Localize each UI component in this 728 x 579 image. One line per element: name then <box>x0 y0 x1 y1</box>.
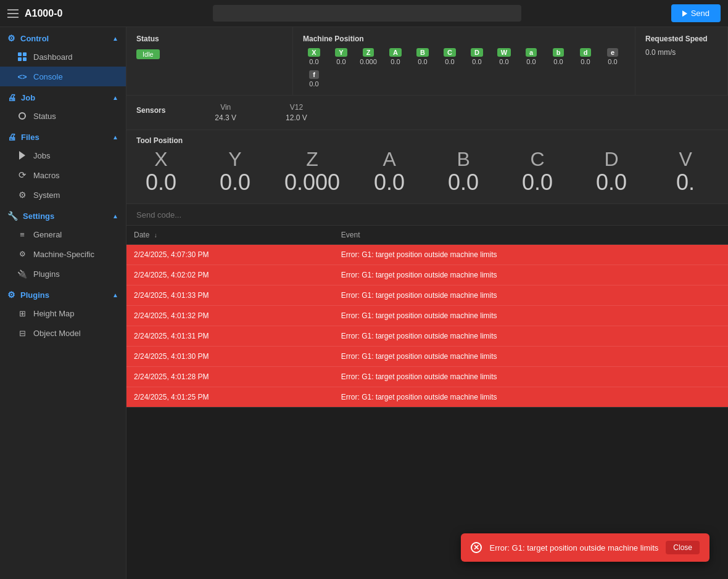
sidebar: ⚙ Control ▲ Dashboard <> Console 🖨 Job ▲ <box>0 27 126 579</box>
pos-item-Z: Z 0.000 <box>357 48 379 65</box>
event-message: Error: G1: target position outside machi… <box>334 366 728 387</box>
table-header: Date ↓ Event <box>126 226 728 245</box>
sidebar-item-macros[interactable]: ⟳ Macros <box>0 165 126 185</box>
pos-item-X: X 0.0 <box>303 48 325 65</box>
status-label: Status <box>136 35 283 43</box>
pos-label: D <box>471 48 483 57</box>
sidebar-section-control[interactable]: ⚙ Control ▲ <box>0 27 126 47</box>
tool-axis-A: A 0.0 <box>365 149 414 195</box>
pos-val: 0.0 <box>309 80 318 88</box>
axis-name: Z <box>306 149 318 170</box>
tool-axis-Z: Z 0.000 <box>284 149 340 195</box>
pos-val: 0.0 <box>309 58 318 65</box>
axis-val: 0.0 <box>448 170 479 195</box>
sidebar-item-jobs[interactable]: Jobs <box>0 146 126 165</box>
search-input[interactable] <box>213 5 521 22</box>
jobs-icon <box>17 150 27 160</box>
table-row: 2/24/2025, 4:01:31 PM Error: G1: target … <box>126 326 728 346</box>
sensor-value: 12.0 V <box>286 113 307 122</box>
event-message: Error: G1: target position outside machi… <box>334 305 728 326</box>
sidebar-item-machine-specific[interactable]: ⚙ Machine-Specific <box>0 244 126 264</box>
job-chevron: ▲ <box>112 94 118 101</box>
table-row: 2/24/2025, 4:01:28 PM Error: G1: target … <box>126 366 728 387</box>
pos-label: C <box>444 48 456 57</box>
search-bar <box>213 5 521 22</box>
general-icon: ≡ <box>17 229 27 239</box>
events-table: Date ↓ Event 2/24/2025, 4:07:30 PM Error… <box>126 226 728 579</box>
pos-item-D: D 0.0 <box>466 48 488 65</box>
pos-val: 0.0 <box>445 58 454 65</box>
machine-specific-icon: ⚙ <box>17 249 27 259</box>
sidebar-item-console[interactable]: <> Console <box>0 67 126 86</box>
table-row: 2/24/2025, 4:07:30 PM Error: G1: target … <box>126 244 728 265</box>
axis-name: C <box>531 149 545 170</box>
table-row: 2/24/2025, 4:01:25 PM Error: G1: target … <box>126 387 728 407</box>
sidebar-item-status[interactable]: Status <box>0 106 126 126</box>
sidebar-item-dashboard[interactable]: Dashboard <box>0 47 126 67</box>
send-code-row <box>126 204 728 226</box>
table-row: 2/24/2025, 4:02:02 PM Error: G1: target … <box>126 265 728 285</box>
pos-label: Y <box>335 48 347 57</box>
toast-close-button[interactable]: Close <box>666 541 700 554</box>
pos-label: a <box>526 48 537 57</box>
pos-val: 0.0 <box>418 58 427 65</box>
tool-axis-D: D 0.0 <box>587 149 636 195</box>
settings-chevron: ▲ <box>112 213 118 220</box>
send-code-input[interactable] <box>136 210 718 220</box>
axis-name: Y <box>228 149 241 170</box>
toast-message: Error: G1: target position outside machi… <box>489 543 658 552</box>
system-icon: ⚙ <box>17 190 27 200</box>
tool-axis-X: X 0.0 <box>136 149 186 195</box>
sidebar-section-files[interactable]: 🖨 Files ▲ <box>0 126 126 146</box>
pos-item-a: a 0.0 <box>520 48 542 65</box>
event-message: Error: G1: target position outside machi… <box>334 326 728 346</box>
event-date: 2/24/2025, 4:01:33 PM <box>126 285 334 305</box>
send-button[interactable]: Send <box>671 4 721 22</box>
event-message: Error: G1: target position outside machi… <box>334 346 728 366</box>
pos-label: A <box>389 48 402 57</box>
axis-val: 0.000 <box>284 170 340 195</box>
pos-item-B: B 0.0 <box>412 48 434 65</box>
hamburger-menu[interactable] <box>7 9 19 18</box>
sidebar-item-object-model[interactable]: ⊟ Object Model <box>0 323 126 343</box>
axis-val: 0.0 <box>522 170 553 195</box>
pos-val: 0.000 <box>360 58 377 65</box>
pos-item-e: e 0.0 <box>602 48 624 65</box>
app-title: A1000-0 <box>25 8 62 19</box>
sidebar-item-height-map[interactable]: ⊞ Height Map <box>0 303 126 323</box>
sidebar-section-plugins[interactable]: ⚙ Plugins ▲ <box>0 284 126 303</box>
pos-val: 0.0 <box>526 58 536 65</box>
sensors-row: Sensors Vin 24.3 V V12 12.0 V <box>126 96 728 130</box>
axis-val: 0.0 <box>374 170 405 195</box>
tool-position-row: Tool Position X 0.0 Y 0.0 Z 0.000 A 0.0 … <box>126 130 728 204</box>
axis-val: 0.0 <box>220 170 250 195</box>
pos-label: W <box>497 48 511 57</box>
sidebar-section-settings[interactable]: 🔧 Settings ▲ <box>0 205 126 224</box>
sidebar-section-control-label: Control <box>20 34 49 43</box>
control-chevron: ▲ <box>112 35 118 42</box>
pos-label: X <box>308 48 320 57</box>
requested-speed-box: Requested Speed 0.0 mm/s <box>635 27 728 95</box>
pos-val: 0.0 <box>553 58 563 65</box>
axis-name: A <box>383 149 395 170</box>
event-date: 2/24/2025, 4:01:30 PM <box>126 346 334 366</box>
events-tbody: 2/24/2025, 4:07:30 PM Error: G1: target … <box>126 244 728 407</box>
pos-label: b <box>553 48 565 57</box>
sidebar-item-plugins-settings[interactable]: 🔌 Plugins <box>0 264 126 284</box>
machine-pos-label: Machine Position <box>303 35 625 43</box>
pos-label: e <box>607 48 618 57</box>
sidebar-section-settings-label: Settings <box>23 211 54 221</box>
machine-pos-grid: X 0.0 Y 0.0 Z 0.000 A 0.0 B 0.0 C 0.0 D … <box>303 48 625 88</box>
sidebar-section-job[interactable]: 🖨 Job ▲ <box>0 86 126 106</box>
tool-axis-B: B 0.0 <box>439 149 488 195</box>
axis-name: V <box>679 149 692 170</box>
files-chevron: ▲ <box>112 134 118 141</box>
sidebar-item-system[interactable]: ⚙ System <box>0 185 126 205</box>
sidebar-item-general[interactable]: ≡ General <box>0 224 126 244</box>
pos-label: d <box>580 48 592 57</box>
tool-pos-label: Tool Position <box>136 136 718 145</box>
tool-axis-C: C 0.0 <box>513 149 562 195</box>
pos-item-Y: Y 0.0 <box>330 48 352 65</box>
pos-val: 0.0 <box>581 58 590 65</box>
idle-badge: Idle <box>136 49 160 59</box>
